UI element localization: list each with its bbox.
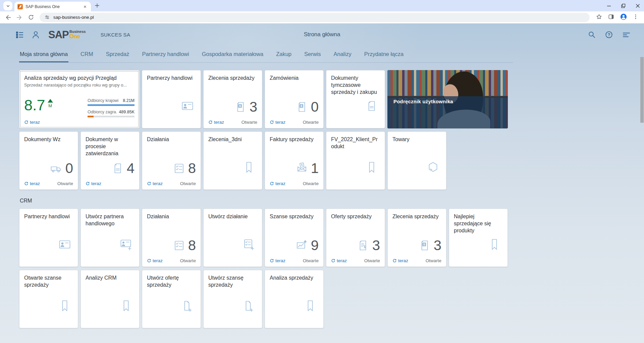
tile-oferty-sprzedaży[interactable]: Oferty sprzedaży$3terazOtwarte xyxy=(326,209,385,267)
chart-star-icon xyxy=(295,239,309,252)
refresh-link[interactable]: teraz xyxy=(331,258,347,263)
refresh-link[interactable]: teraz xyxy=(270,120,285,125)
tile-title: Analizy CRM xyxy=(86,274,135,281)
browser-tab-title: SAP Business One xyxy=(25,4,79,9)
tile-analiza-sprzedaży[interactable]: Analiza sprzedaży xyxy=(265,270,324,328)
tile-dokumenty-w-procesie-zatwierdzania[interactable]: Dokumenty w procesie zatwierdzania4teraz xyxy=(80,131,140,190)
refresh-link[interactable]: teraz xyxy=(270,258,285,263)
refresh-link[interactable]: teraz xyxy=(24,181,40,186)
tab-search-button[interactable] xyxy=(3,1,12,10)
scrollbar-thumb[interactable] xyxy=(640,57,644,123)
bookmark-star-icon[interactable] xyxy=(596,13,602,21)
tile-dokumenty-wz[interactable]: Dokumenty Wz0terazOtwarte xyxy=(19,131,78,190)
tile-najlepiej-sprzedające-się-produkty[interactable]: Najlepiej sprzedające się produkty xyxy=(449,209,508,267)
tile-szanse-sprzedaży[interactable]: Szanse sprzedaży9terazOtwarte xyxy=(265,209,324,267)
tile-utwórz-ofertę-sprzedaży[interactable]: Utwórz ofertę sprzedaży xyxy=(142,270,201,328)
refresh-link[interactable]: teraz xyxy=(147,181,163,186)
contact-card-icon xyxy=(181,99,194,113)
tile-title: Szanse sprzedaży xyxy=(270,213,319,220)
status-label: Otwarte xyxy=(364,258,380,263)
refresh-link[interactable]: teraz xyxy=(208,120,224,125)
status-label: Otwarte xyxy=(241,120,257,125)
tab-przydatne-łącza[interactable]: Przydatne łącza xyxy=(364,47,404,62)
bookmark-icon xyxy=(365,161,378,174)
refresh-link[interactable]: teraz xyxy=(392,258,408,263)
tab-zakup[interactable]: Zakup xyxy=(275,47,292,62)
tile-icon-area: $3 xyxy=(418,238,441,252)
url-bar[interactable]: sap-business-one.pl xyxy=(40,13,590,22)
tab-partnerzy-handlowi[interactable]: Partnerzy handlowi xyxy=(141,47,190,62)
legend-icon[interactable] xyxy=(622,31,631,39)
refresh-link[interactable]: teraz xyxy=(147,258,163,263)
tile-footer: terazOtwarte xyxy=(147,258,196,263)
window-close-button[interactable] xyxy=(636,4,640,8)
section-title-crm: CRM xyxy=(20,198,644,204)
tab-analizy[interactable]: Analizy xyxy=(333,47,352,62)
status-label: Otwarte xyxy=(303,181,319,186)
tab-crm[interactable]: CRM xyxy=(80,47,94,62)
tile-icon-area: 9 xyxy=(295,238,318,252)
window-minimize-button[interactable] xyxy=(607,4,611,8)
tile-działania[interactable]: Działania8terazOtwarte xyxy=(142,209,201,267)
tile-utwórz-partnera-handlowego[interactable]: Utwórz partnera handlowego xyxy=(80,209,140,267)
svg-text:?: ? xyxy=(608,32,610,37)
tile-icon-area: $0 xyxy=(295,100,318,114)
tab-moja-strona-główna[interactable]: Moja strona główna xyxy=(19,47,68,62)
refresh-link[interactable]: teraz xyxy=(24,120,40,125)
tab-gospodarka-materiałowa[interactable]: Gospodarka materiałowa xyxy=(201,47,264,62)
window-restore-button[interactable] xyxy=(621,4,626,8)
tile-footer: terazOtwarte xyxy=(270,181,319,186)
doc-dollar-lines-icon: $ xyxy=(357,239,370,252)
tile-analizy-crm[interactable]: Analizy CRM xyxy=(80,270,140,328)
help-icon[interactable]: ? xyxy=(605,31,613,39)
tile-działania[interactable]: Działania8terazOtwarte xyxy=(142,131,201,190)
tab-serwis[interactable]: Serwis xyxy=(304,47,322,62)
tile-dokumenty-tymczasowe-sprzedaży-i-zakupu[interactable]: Dokumenty tymczasowe sprzedaży i zakupu xyxy=(326,70,385,128)
svg-text:$: $ xyxy=(239,104,241,108)
browser-tab[interactable]: SAP Business One × xyxy=(14,2,91,11)
main-menu-icon[interactable] xyxy=(15,31,24,39)
tile-count: 8 xyxy=(188,161,196,175)
search-icon[interactable] xyxy=(588,31,596,39)
tile-zlecenia-sprzedaży[interactable]: Zlecenia sprzedaży$3terazOtwarte xyxy=(203,70,262,128)
tile-title: Dokumenty Wz xyxy=(24,136,73,143)
tile-zlecenia-sprzedaży[interactable]: Zlecenia sprzedaży$3terazOtwarte xyxy=(387,209,446,267)
tile-faktury-sprzedaży[interactable]: Faktury sprzedaży$1terazOtwarte xyxy=(265,131,324,190)
profile-avatar[interactable] xyxy=(620,13,627,22)
tile-fv_2022_klient_produkt[interactable]: FV_2022_Klient_Produkt xyxy=(326,131,385,190)
browser-menu-icon[interactable] xyxy=(633,14,639,21)
back-button[interactable] xyxy=(3,13,13,22)
tab-close-icon[interactable]: × xyxy=(82,4,88,9)
tile-title: Zlecenia_3dni xyxy=(208,136,257,143)
side-panel-icon[interactable] xyxy=(608,13,614,21)
tile-icon-area: 8 xyxy=(172,238,196,252)
user-icon[interactable] xyxy=(32,31,40,39)
checklist-plus-icon xyxy=(242,238,256,251)
scrollbar[interactable] xyxy=(640,23,644,343)
metric-bar xyxy=(88,116,135,117)
tile-count: 9 xyxy=(311,238,318,252)
tile-otwarte-szanse-sprzedaży[interactable]: Otwarte szanse sprzedaży xyxy=(19,270,78,328)
forward-button[interactable] xyxy=(15,13,24,22)
tile-towary[interactable]: Towary xyxy=(387,131,446,190)
tile-kpi-analiza-sprzedaży-wg-pozycji-przegląd[interactable]: Analiza sprzedaży wg pozycji PrzeglądSpr… xyxy=(19,70,140,128)
tile-zlecenia_3dni[interactable]: Zlecenia_3dni xyxy=(203,131,262,190)
refresh-label: teraz xyxy=(275,258,285,263)
tile-partnerzy-handlowi[interactable]: Partnerzy handlowi xyxy=(19,209,78,267)
new-tab-button[interactable] xyxy=(94,3,100,10)
tile-zamówienia[interactable]: Zamówienia$0terazOtwarte xyxy=(265,70,324,128)
tile-icon-area xyxy=(58,238,71,251)
tile-utwórz-szansę-sprzedaży[interactable]: Utwórz szansę sprzedaży xyxy=(203,270,262,328)
site-settings-icon[interactable] xyxy=(44,14,50,20)
tile-user-guide[interactable]: Podręcznik użytkownika xyxy=(387,70,508,128)
refresh-link[interactable]: teraz xyxy=(86,181,101,186)
tab-sprzedaż[interactable]: Sprzedaż xyxy=(105,47,130,62)
tile-icon-area xyxy=(242,238,256,251)
refresh-link[interactable]: teraz xyxy=(270,181,285,186)
tile-row-0: Partnerzy handlowiUtwórz partnera handlo… xyxy=(19,209,644,267)
tile-count: 0 xyxy=(311,100,318,114)
tile-utwórz-działanie[interactable]: Utwórz działanie xyxy=(203,209,262,267)
reload-button[interactable] xyxy=(26,13,36,22)
metric-fill xyxy=(88,116,94,117)
tile-partnerzy-handlowi[interactable]: Partnerzy handlowi xyxy=(142,70,201,128)
